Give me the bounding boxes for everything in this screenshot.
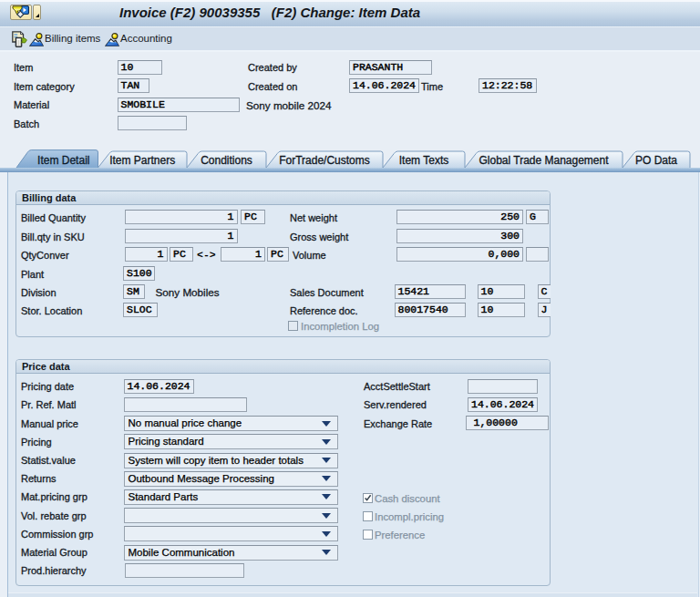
svg-text:Item Texts: Item Texts [399,154,448,167]
svg-text:Conditions: Conditions [201,154,252,167]
svg-text:Global Trade Management: Global Trade Management [479,154,609,167]
svg-text:Item Detail: Item Detail [37,154,89,167]
svg-text:ForTrade/Customs: ForTrade/Customs [279,154,370,167]
svg-text:Item Partners: Item Partners [109,154,175,167]
svg-text:PO Data: PO Data [635,154,677,167]
